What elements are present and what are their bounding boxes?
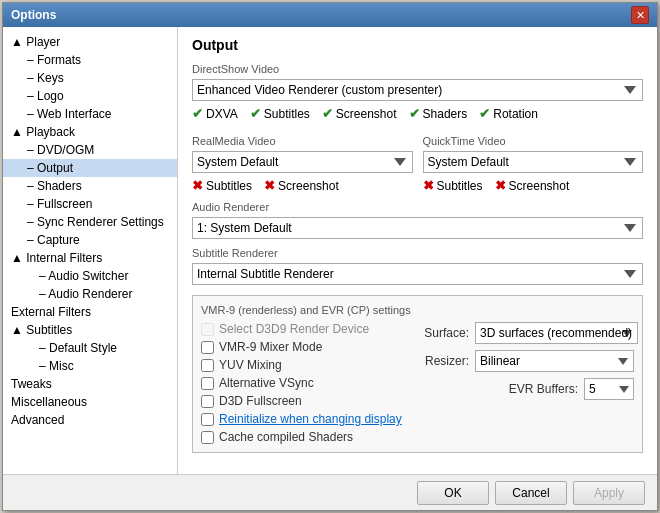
video-cols: RealMedia Video System Default ✖Subtitle… xyxy=(192,127,643,193)
vmr-checkbox-d3d-fullscreen[interactable]: D3D Fullscreen xyxy=(201,394,404,408)
vmr-section: VMR-9 (renderless) and EVR (CP) settings… xyxy=(192,295,643,453)
window-title: Options xyxy=(11,8,56,22)
check-icon: ✔ xyxy=(479,106,490,121)
quicktime-dropdown[interactable]: System Default xyxy=(423,151,644,173)
options-window: Options ✕ ▲ Player– Formats– Keys– Logo–… xyxy=(2,2,658,511)
subtitle-renderer-dropdown[interactable]: Internal Subtitle RendererDirectVobSub xyxy=(192,263,643,285)
directshow-label: DirectShow Video xyxy=(192,63,643,75)
panel-title: Output xyxy=(192,37,643,53)
vmr-checkbox-cache-shaders[interactable]: Cache compiled Shaders xyxy=(201,430,404,444)
content-area: ▲ Player– Formats– Keys– Logo– Web Inter… xyxy=(3,27,657,474)
sidebar-item-keys[interactable]: – Keys xyxy=(3,69,177,87)
realmedia-col: RealMedia Video System Default ✖Subtitle… xyxy=(192,127,413,193)
feature-label: Screenshot xyxy=(336,107,397,121)
feature-label: Shaders xyxy=(423,107,468,121)
check-icon: ✔ xyxy=(409,106,420,121)
checkbox-input-d3d-fullscreen[interactable] xyxy=(201,395,214,408)
evr-buffers-dropdown[interactable]: 543678 xyxy=(584,378,634,400)
subtitle-renderer-label: Subtitle Renderer xyxy=(192,247,643,259)
cross-icon: ✖ xyxy=(423,178,434,193)
surface-row: Surface: 3D surfaces (recommended)Overla… xyxy=(414,322,634,344)
evr-row: EVR Buffers: 543678 xyxy=(414,378,634,400)
check-icon: ✔ xyxy=(192,106,203,121)
resizer-dropdown[interactable]: BilinearNearest NeighborBicubic A=-0.6Bi… xyxy=(475,350,634,372)
realmedia-dropdown[interactable]: System Default xyxy=(192,151,413,173)
audio-renderer-label: Audio Renderer xyxy=(192,201,643,213)
cross-icon: ✖ xyxy=(495,178,506,193)
sidebar-item-shaders[interactable]: – Shaders xyxy=(3,177,177,195)
vmr-checkbox-d3d9[interactable]: Select D3D9 Render Device xyxy=(201,322,404,336)
checkbox-label-vmr9-mixer: VMR-9 Mixer Mode xyxy=(219,340,322,354)
sidebar-item-internal-filters[interactable]: ▲ Internal Filters xyxy=(3,249,177,267)
sidebar: ▲ Player– Formats– Keys– Logo– Web Inter… xyxy=(3,27,178,474)
feature-label: DXVA xyxy=(206,107,238,121)
quicktime-features: ✖Subtitles✖Screenshot xyxy=(423,178,644,193)
main-panel: Output DirectShow Video Enhanced Video R… xyxy=(178,27,657,474)
checkbox-label-yuv-mixing: YUV Mixing xyxy=(219,358,282,372)
close-button[interactable]: ✕ xyxy=(631,6,649,24)
vmr-checkbox-alt-vsync[interactable]: Alternative VSync xyxy=(201,376,404,390)
sidebar-item-sync-renderer[interactable]: – Sync Renderer Settings xyxy=(3,213,177,231)
checkbox-input-alt-vsync[interactable] xyxy=(201,377,214,390)
checkbox-input-yuv-mixing[interactable] xyxy=(201,359,214,372)
feature-label: Subtitles xyxy=(437,179,483,193)
sidebar-item-audio-switcher[interactable]: – Audio Switcher xyxy=(3,267,177,285)
vmr-right: Surface: 3D surfaces (recommended)Overla… xyxy=(414,322,634,444)
directshow-dropdown[interactable]: Enhanced Video Renderer (custom presente… xyxy=(192,79,643,101)
apply-button[interactable]: Apply xyxy=(573,481,645,505)
sidebar-item-subtitles[interactable]: ▲ Subtitles xyxy=(3,321,177,339)
qt-feature-screenshot: ✖Screenshot xyxy=(495,178,570,193)
sidebar-item-dvd-ogm[interactable]: – DVD/OGM xyxy=(3,141,177,159)
qt-feature-subtitles: ✖Subtitles xyxy=(423,178,483,193)
realmedia-label: RealMedia Video xyxy=(192,135,413,147)
ds-feature-shaders: ✔Shaders xyxy=(409,106,468,121)
sidebar-item-external-filters[interactable]: External Filters xyxy=(3,303,177,321)
sidebar-item-formats[interactable]: – Formats xyxy=(3,51,177,69)
sidebar-item-audio-renderer[interactable]: – Audio Renderer xyxy=(3,285,177,303)
checkbox-input-cache-shaders[interactable] xyxy=(201,431,214,444)
vmr-title: VMR-9 (renderless) and EVR (CP) settings xyxy=(201,304,634,316)
checkbox-label-d3d9: Select D3D9 Render Device xyxy=(219,322,369,336)
vmr-left: Select D3D9 Render DeviceVMR-9 Mixer Mod… xyxy=(201,322,404,444)
ds-feature-dxva: ✔DXVA xyxy=(192,106,238,121)
evr-buffers-label: EVR Buffers: xyxy=(509,382,578,396)
feature-label: Subtitles xyxy=(264,107,310,121)
quicktime-col: QuickTime Video System Default ✖Subtitle… xyxy=(423,127,644,193)
ds-feature-subtitles: ✔Subtitles xyxy=(250,106,310,121)
sidebar-item-advanced[interactable]: Advanced xyxy=(3,411,177,429)
sidebar-item-player[interactable]: ▲ Player xyxy=(3,33,177,51)
sidebar-item-miscellaneous[interactable]: Miscellaneous xyxy=(3,393,177,411)
feature-label: Subtitles xyxy=(206,179,252,193)
checkbox-input-reinit[interactable] xyxy=(201,413,214,426)
directshow-features: ✔DXVA✔Subtitles✔Screenshot✔Shaders✔Rotat… xyxy=(192,106,643,121)
sidebar-item-misc-sub[interactable]: – Misc xyxy=(3,357,177,375)
sidebar-item-default-style[interactable]: – Default Style xyxy=(3,339,177,357)
vmr-checkbox-yuv-mixing[interactable]: YUV Mixing xyxy=(201,358,404,372)
sidebar-item-capture[interactable]: – Capture xyxy=(3,231,177,249)
cancel-button[interactable]: Cancel xyxy=(495,481,567,505)
cross-icon: ✖ xyxy=(192,178,203,193)
sidebar-item-logo[interactable]: – Logo xyxy=(3,87,177,105)
sidebar-item-playback[interactable]: ▲ Playback xyxy=(3,123,177,141)
title-bar: Options ✕ xyxy=(3,3,657,27)
feature-label: Rotation xyxy=(493,107,538,121)
vmr-checkbox-vmr9-mixer[interactable]: VMR-9 Mixer Mode xyxy=(201,340,404,354)
reinit-label[interactable]: Reinitialize when changing display xyxy=(219,412,402,426)
checkbox-input-vmr9-mixer[interactable] xyxy=(201,341,214,354)
sidebar-item-output[interactable]: – Output xyxy=(3,159,177,177)
sidebar-item-tweaks[interactable]: Tweaks xyxy=(3,375,177,393)
ok-button[interactable]: OK xyxy=(417,481,489,505)
sidebar-item-web-interface[interactable]: – Web Interface xyxy=(3,105,177,123)
rm-feature-subtitles: ✖Subtitles xyxy=(192,178,252,193)
feature-label: Screenshot xyxy=(278,179,339,193)
rm-feature-screenshot: ✖Screenshot xyxy=(264,178,339,193)
sidebar-item-fullscreen[interactable]: – Fullscreen xyxy=(3,195,177,213)
surface-dropdown[interactable]: 3D surfaces (recommended)Overlay mixerVi… xyxy=(475,322,638,344)
ds-feature-rotation: ✔Rotation xyxy=(479,106,538,121)
resizer-label: Resizer: xyxy=(414,354,469,368)
quicktime-label: QuickTime Video xyxy=(423,135,644,147)
checkbox-input-d3d9[interactable] xyxy=(201,323,214,336)
vmr-checkbox-reinit[interactable]: Reinitialize when changing display xyxy=(201,412,404,426)
audio-renderer-dropdown[interactable]: 1: System Default2: Default DirectSound … xyxy=(192,217,643,239)
checkbox-label-alt-vsync: Alternative VSync xyxy=(219,376,314,390)
